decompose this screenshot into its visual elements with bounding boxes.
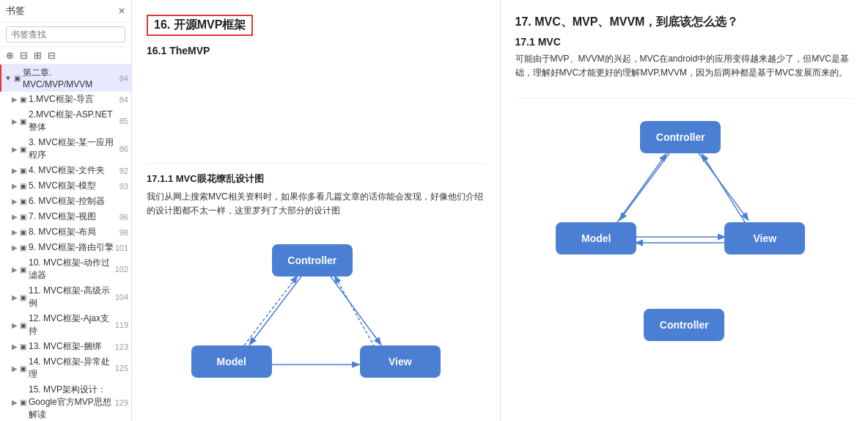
right-desc: 可能由于MVP、MVVM的兴起，MVC在android中的应用变得越来越少了，但… bbox=[515, 52, 854, 80]
sidebar-title: 书签 bbox=[6, 4, 25, 18]
mvc-controller-box: Controller bbox=[272, 244, 353, 277]
close-icon[interactable]: ✕ bbox=[118, 6, 125, 16]
main-content: 16. 开源MVP框架 16.1 TheMVP 17.1.1 MVC眼花缭乱设计… bbox=[132, 0, 868, 421]
page-icon: ▣ bbox=[20, 321, 26, 329]
page-icon: ▣ bbox=[20, 145, 26, 153]
nav-item-5[interactable]: ▶ ▣ 5. MVC框架-模型 93 bbox=[0, 178, 131, 194]
svg-line-5 bbox=[620, 153, 669, 219]
svg-line-6 bbox=[699, 153, 748, 219]
toolbar-icon-2[interactable]: ⊟ bbox=[20, 50, 28, 61]
page-icon: ▣ bbox=[20, 398, 26, 406]
svg-line-3 bbox=[335, 277, 375, 347]
left-page-panel: 16. 开源MVP框架 16.1 TheMVP 17.1.1 MVC眼花缭乱设计… bbox=[132, 0, 501, 421]
diagram-title: 17.1.1 MVC眼花缭乱设计图 bbox=[147, 172, 485, 186]
page-icon: ▣ bbox=[20, 197, 26, 205]
mvc-view-box: View bbox=[360, 345, 441, 378]
left-section-subtitle: 16.1 TheMVP bbox=[147, 45, 485, 56]
mvc-diagram-right-top: Controller Model View bbox=[548, 111, 820, 287]
page-icon: ▣ bbox=[20, 213, 26, 221]
nav-item-6[interactable]: ▶ ▣ 6. MVC框架-控制器 bbox=[0, 194, 131, 209]
nav-group-chapter2: ▼ ▣ 第二章. MVC/MVP/MVVM 84 ▶ ▣ 1.MVC框架-导言 … bbox=[0, 65, 131, 421]
sidebar-nav: ▼ ▣ 第二章. MVC/MVP/MVVM 84 ▶ ▣ 1.MVC框架-导言 … bbox=[0, 65, 131, 421]
right-mvc-view-box: View bbox=[724, 222, 805, 255]
toolbar-icon-1[interactable]: ⊕ bbox=[6, 50, 14, 61]
toolbar-icon-4[interactable]: ⊟ bbox=[48, 50, 56, 61]
right-mvc-model-box: Model bbox=[556, 222, 636, 255]
svg-line-0 bbox=[250, 277, 301, 344]
expand-arrow: ▼ bbox=[4, 74, 12, 82]
nav-group-header-chapter2[interactable]: ▼ ▣ 第二章. MVC/MVP/MVVM 84 bbox=[0, 65, 131, 92]
right-page-title: 17. MVC、MVP、MVVM，到底该怎么选？ bbox=[515, 15, 854, 30]
page-icon: ▣ bbox=[20, 117, 26, 125]
right-sub-title: 17.1 MVC bbox=[515, 36, 854, 48]
sidebar-icons: ✕ bbox=[118, 6, 125, 16]
svg-line-4 bbox=[244, 277, 297, 345]
nav-item-4[interactable]: ▶ ▣ 4. MVC框架-文件夹 92 bbox=[0, 163, 131, 178]
nav-item-14[interactable]: ▶ ▣ 14. MVC框架-异常处理 125 bbox=[0, 354, 131, 382]
nav-item-11[interactable]: ▶ ▣ 11. MVC框架-高级示例 104 bbox=[0, 283, 131, 311]
nav-item-13[interactable]: ▶ ▣ 13. MVC框架-捆绑 123 bbox=[0, 339, 131, 354]
sidebar-search-area bbox=[0, 23, 131, 47]
nav-item-10[interactable]: ▶ ▣ 10. MVC框架-动作过滤器 102 bbox=[0, 255, 131, 283]
nav-item-7[interactable]: ▶ ▣ 7. MVC框架-视图 96 bbox=[0, 209, 131, 224]
nav-item-2[interactable]: ▶ ▣ 2.MVC框架-ASP.NET整体 85 bbox=[0, 107, 131, 135]
nav-item-1[interactable]: ▶ ▣ 1.MVC框架-导言 84 bbox=[0, 92, 131, 107]
sidebar: 书签 ✕ ⊕ ⊟ ⊞ ⊟ ▼ ▣ 第二章. MVC/MVP/MVVM 84 ▶ … bbox=[0, 0, 132, 421]
nav-item-8[interactable]: ▶ ▣ 8. MVC框架-布局 98 bbox=[0, 224, 131, 240]
nav-item-3[interactable]: ▶ ▣ 3. MVC框架-某一应用程序 86 bbox=[0, 135, 131, 163]
nav-item-9[interactable]: ▶ ▣ 9. MVC框架-路由引擎 101 bbox=[0, 240, 131, 255]
book-icon: ▣ bbox=[14, 74, 21, 82]
toolbar-icon-3[interactable]: ⊞ bbox=[34, 50, 42, 61]
page-icon: ▣ bbox=[20, 343, 26, 351]
mvc-diagram-right-bottom: Controller bbox=[548, 301, 820, 367]
right-mvc-controller-box: Controller bbox=[640, 121, 721, 153]
sidebar-toolbar: ⊕ ⊟ ⊞ ⊟ bbox=[0, 47, 131, 65]
group-num: 84 bbox=[119, 74, 128, 83]
nav-item-15[interactable]: ▶ ▣ 15. MVP架构设计：Google官方MVP思想解读 129 bbox=[0, 382, 131, 421]
page-icon: ▣ bbox=[20, 293, 26, 301]
sidebar-header: 书签 ✕ bbox=[0, 0, 131, 23]
left-page-title: 16. 开源MVP框架 bbox=[154, 18, 246, 33]
mvc-model-box: Model bbox=[191, 345, 272, 378]
page-icon: ▣ bbox=[20, 182, 26, 190]
svg-line-1 bbox=[331, 277, 380, 344]
svg-line-9 bbox=[702, 155, 748, 227]
page-icon: ▣ bbox=[20, 95, 26, 103]
page-icon: ▣ bbox=[20, 166, 26, 175]
nav-item-12[interactable]: ▶ ▣ 12. MVC框架-Ajax支持 119 bbox=[0, 311, 131, 339]
diagram-desc: 我们从网上搜索MVC相关资料时，如果你多看几篇文章的话你能会发现，好像他们介绍的… bbox=[147, 190, 485, 218]
page-title-box: 16. 开源MVP框架 bbox=[147, 15, 253, 36]
right-page-panel: 17. MVC、MVP、MVVM，到底该怎么选？ 17.1 MVC 可能由于MV… bbox=[501, 0, 869, 421]
page-icon: ▣ bbox=[20, 266, 26, 274]
page-icon: ▣ bbox=[20, 244, 26, 252]
mvc-diagram-left: Controller Model View bbox=[177, 230, 455, 398]
search-input[interactable] bbox=[6, 26, 125, 43]
right-mvc-controller-bottom: Controller bbox=[644, 309, 724, 341]
group-label: 第二章. MVC/MVP/MVVM bbox=[23, 67, 117, 89]
svg-line-10 bbox=[617, 155, 666, 222]
page-icon: ▣ bbox=[20, 228, 26, 236]
page-icon: ▣ bbox=[20, 365, 26, 373]
